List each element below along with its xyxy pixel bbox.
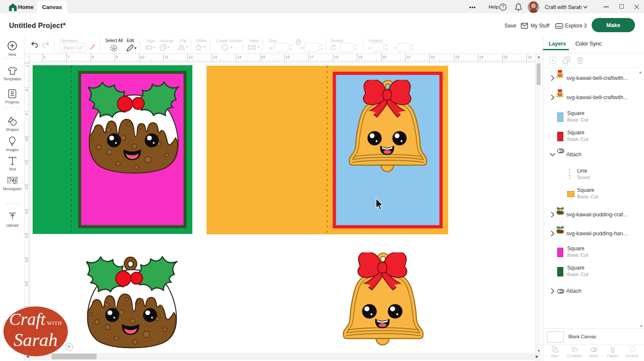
svg-text:?: ? [502,5,504,9]
